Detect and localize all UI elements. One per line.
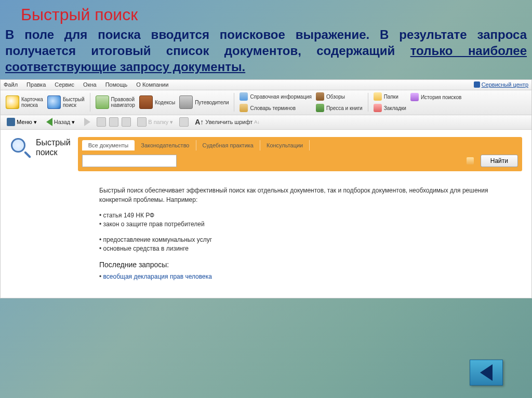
codex-button[interactable]: Кодексы	[137, 94, 177, 110]
list-item: предоставление коммунальных услуг	[99, 236, 522, 243]
menu-edit[interactable]: Правка	[26, 81, 46, 88]
history-icon	[410, 93, 419, 101]
quick-search-large-icon	[10, 137, 32, 159]
main-toolbar: Карточка поиска Быстрый поиск Правовой н…	[1, 90, 531, 115]
slide-prev-button[interactable]	[470, 360, 503, 386]
tool-icon-4[interactable]	[179, 117, 189, 127]
tool-icon-1[interactable]	[97, 117, 106, 127]
service-center-icon	[474, 81, 480, 88]
arrow-left-icon	[46, 118, 52, 126]
recent-query-link[interactable]: всеобщая декларация прав человека	[103, 273, 212, 280]
pen-icon	[316, 92, 324, 101]
menu-icon	[7, 118, 15, 126]
menubar-items: Файл Правка Сервис Окна Помощь О Компани…	[4, 81, 176, 88]
quick-search-label: Быстрый поиск	[36, 138, 71, 157]
history-button[interactable]: История поисков	[408, 92, 463, 102]
magnifier-blue-icon	[47, 95, 61, 109]
bookmark-icon	[374, 104, 382, 112]
legal-navigator-button[interactable]: Правовой навигатор	[94, 94, 137, 110]
search-tabs: Все документы Законодательство Судебная …	[78, 137, 522, 150]
back-button[interactable]: Назад ▾	[43, 116, 78, 128]
menu-about[interactable]: О Компании	[136, 81, 168, 88]
examples-list-2: предоставление коммунальных услуг основн…	[99, 236, 522, 252]
list-item: закон о защите прав потребителей	[99, 221, 522, 228]
search-description: Быстрый поиск обеспечивает эффективный п…	[99, 186, 522, 204]
tab-consultations[interactable]: Консультации	[260, 140, 310, 150]
folder-add-icon	[137, 117, 147, 127]
to-folder-button[interactable]: В папку ▾	[134, 116, 176, 128]
tab-legislation[interactable]: Законодательство	[135, 140, 196, 150]
reviews-button[interactable]: Обзоры	[314, 91, 365, 102]
app-window: Файл Правка Сервис Окна Помощь О Компани…	[0, 79, 532, 298]
folders-button[interactable]: Папки	[371, 91, 408, 102]
menubar: Файл Правка Сервис Окна Помощь О Компани…	[1, 80, 531, 90]
info-icon	[240, 92, 248, 101]
search-card-button[interactable]: Карточка поиска	[4, 94, 45, 110]
bookmarks-button[interactable]: Закладки	[371, 103, 408, 113]
secondary-toolbar: Меню ▾ Назад ▾ В папку ▾ A↑ Увеличить шр…	[1, 115, 531, 130]
tool-icon-3[interactable]	[122, 117, 131, 127]
search-panel: Быстрый поиск Все документы Законодатель…	[1, 130, 531, 176]
tool-icon-2[interactable]	[109, 117, 118, 127]
navigator-icon	[96, 95, 109, 109]
menu-windows[interactable]: Окна	[83, 81, 97, 88]
dictionary-button[interactable]: Словарь терминов	[237, 103, 313, 113]
slide-title: Быстрый поиск	[0, 0, 532, 26]
search-input[interactable]	[82, 155, 177, 167]
recent-queries-list: всеобщая декларация прав человека	[99, 273, 522, 280]
zoom-button[interactable]: A↑ Увеличить шрифт A↓	[192, 116, 263, 128]
dictionary-icon	[240, 104, 248, 112]
tab-all-documents[interactable]: Все документы	[82, 140, 135, 150]
press-button[interactable]: Пресса и книги	[314, 103, 365, 113]
list-item: основные средства в лизинге	[99, 245, 522, 252]
menu-button[interactable]: Меню ▾	[4, 116, 40, 128]
search-dropdown-icon[interactable]	[467, 157, 474, 164]
guide-icon	[179, 95, 193, 109]
recent-queries-title: Последние запросы:	[99, 260, 522, 269]
tab-court-practice[interactable]: Судебная практика	[196, 140, 260, 150]
list-item: статья 149 НК РФ	[99, 212, 522, 219]
magnifier-icon	[6, 95, 19, 109]
arrow-right-icon	[84, 118, 90, 126]
triangle-left-icon	[480, 364, 493, 381]
menu-file[interactable]: Файл	[4, 81, 18, 88]
examples-list-1: статья 149 НК РФ закон о защите прав пот…	[99, 212, 522, 228]
folder-icon	[374, 92, 382, 101]
forward-button[interactable]	[81, 116, 94, 128]
guides-button[interactable]: Путеводители	[177, 94, 231, 110]
ref-info-button[interactable]: Справочная информация	[237, 91, 313, 102]
book-icon	[316, 104, 324, 112]
quick-search-button[interactable]: Быстрый поиск	[45, 94, 87, 110]
list-item: всеобщая декларация прав человека	[99, 273, 522, 280]
find-button[interactable]: Найти	[481, 155, 518, 167]
service-center-link[interactable]: Сервисный центр	[474, 81, 528, 88]
books-icon	[139, 95, 153, 109]
content-area: Быстрый поиск обеспечивает эффективный п…	[1, 176, 531, 298]
menu-help[interactable]: Помощь	[105, 81, 128, 88]
slide-description: В поле для поиска вводится поисковое выр…	[0, 26, 532, 79]
menu-service[interactable]: Сервис	[55, 81, 74, 88]
